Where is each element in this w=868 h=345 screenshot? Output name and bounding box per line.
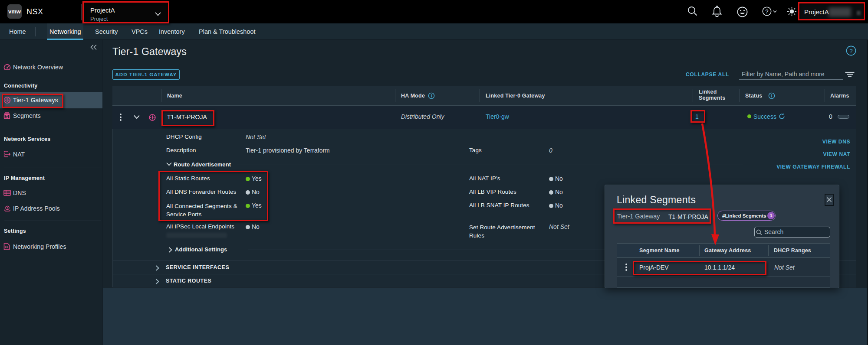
svg-text:?: ?	[765, 8, 768, 15]
svg-text:?: ?	[849, 48, 852, 54]
